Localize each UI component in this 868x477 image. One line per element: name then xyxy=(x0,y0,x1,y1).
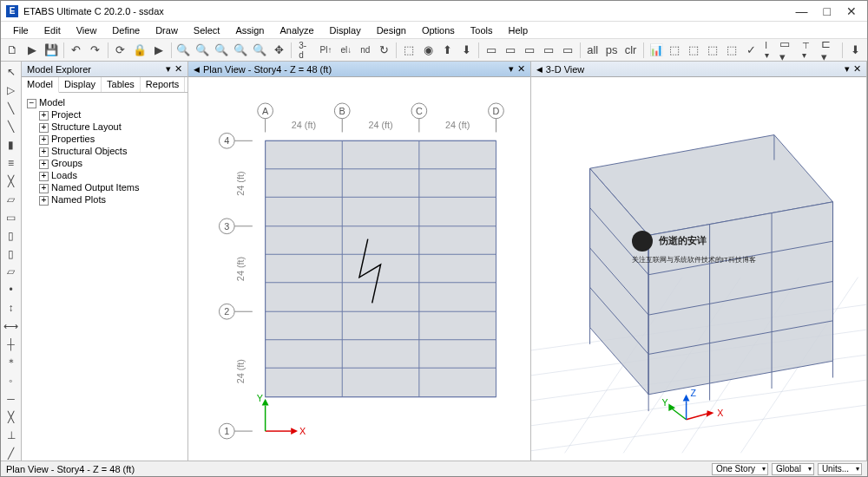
zoom-previous-icon[interactable]: 🔍 xyxy=(251,42,268,59)
snap-perp-icon[interactable]: ⊥ xyxy=(3,428,19,442)
perspective-icon[interactable]: ⬚ xyxy=(400,42,418,59)
tree-item-project[interactable]: +Project xyxy=(23,108,186,121)
shape4-icon[interactable]: ⬚ xyxy=(723,42,740,59)
story-select[interactable]: One Story xyxy=(712,463,768,475)
tree-item-structure-layout[interactable]: +Structure Layout xyxy=(23,121,186,133)
draw-secondary-icon[interactable]: ≡ xyxy=(3,156,19,171)
new-icon[interactable]: 🗋 xyxy=(4,42,22,59)
draw-column-icon[interactable]: ▮ xyxy=(3,138,19,153)
check-icon[interactable]: ✓ xyxy=(742,42,760,59)
coord-system-select[interactable]: Global xyxy=(772,463,814,475)
shape2-icon[interactable]: ⬚ xyxy=(685,42,702,59)
snap-line-icon[interactable]: ╱ xyxy=(3,446,19,461)
draw-floor-icon[interactable]: ▱ xyxy=(3,192,19,206)
menu-select[interactable]: Select xyxy=(187,23,227,37)
expand-icon[interactable]: + xyxy=(39,123,49,133)
object2-icon[interactable]: ▭ xyxy=(502,42,519,59)
draw-beam-icon[interactable]: ╲ xyxy=(3,120,19,134)
run-icon[interactable]: ▶ xyxy=(150,42,168,59)
plan-view-header[interactable]: ◀ Plan View - Story4 - Z = 48 (ft) ▾ ✕ xyxy=(188,62,530,77)
zoom-out-icon[interactable]: 🔍 xyxy=(232,42,249,59)
3d-view-header[interactable]: ◀ 3-D View ▾ ✕ xyxy=(531,62,866,77)
units-button[interactable]: Units... xyxy=(818,463,862,475)
draw-joint-icon[interactable]: ＊ xyxy=(3,356,19,370)
tree-item-groups[interactable]: +Groups xyxy=(23,157,186,169)
expand-icon[interactable]: + xyxy=(39,111,49,121)
tree-item-structural-objects[interactable]: +Structural Objects xyxy=(23,145,186,157)
menu-design[interactable]: Design xyxy=(370,23,413,37)
snap-end-icon[interactable]: ◦ xyxy=(3,374,19,389)
draw-wall2-icon[interactable]: ▯ xyxy=(3,246,19,261)
tree-item-named-output[interactable]: +Named Output Items xyxy=(23,181,186,193)
menu-draw[interactable]: Draw xyxy=(148,23,185,37)
tree-item-named-plots[interactable]: +Named Plots xyxy=(23,193,186,206)
tree-item-properties[interactable]: +Properties xyxy=(23,133,186,145)
shape1-icon[interactable]: ⬚ xyxy=(666,42,683,59)
menu-file[interactable]: File xyxy=(6,23,36,37)
expand-icon[interactable]: + xyxy=(39,184,49,193)
section-i-button[interactable]: I ▾ xyxy=(761,42,778,59)
orbit-icon[interactable]: ◉ xyxy=(419,42,437,59)
panel-close-icon[interactable]: ✕ xyxy=(517,63,525,75)
chevron-left-icon[interactable]: ◀ xyxy=(194,65,200,74)
maximize-button[interactable]: □ xyxy=(824,4,831,18)
draw-dim-icon[interactable]: ⟷ xyxy=(3,319,19,334)
menu-display[interactable]: Display xyxy=(323,23,368,37)
panel-dropdown-icon[interactable]: ▾ xyxy=(845,63,850,75)
up-arrow-icon[interactable]: ⬆ xyxy=(438,42,456,59)
3d-viewport[interactable]: X Y Z 伤逝的安详 关注互联网与系统软件技术的IT科技博客 xyxy=(531,77,866,461)
expand-icon[interactable]: + xyxy=(39,135,49,145)
pointer-icon[interactable]: ↖ xyxy=(3,65,19,80)
tab-reports[interactable]: Reports xyxy=(141,77,186,92)
panel-dropdown-icon[interactable]: ▾ xyxy=(166,63,171,75)
redo-icon[interactable]: ↷ xyxy=(87,42,104,59)
tree-root[interactable]: −Model xyxy=(23,96,186,108)
draw-wall-icon[interactable]: ▯ xyxy=(3,228,19,243)
draw-line-icon[interactable]: ╲ xyxy=(3,101,19,116)
view-plan-button[interactable]: Pl↑ xyxy=(317,42,336,59)
close-button[interactable]: ✕ xyxy=(846,4,857,18)
tree-item-loads[interactable]: +Loads xyxy=(23,169,186,181)
undo-icon[interactable]: ↶ xyxy=(68,42,85,59)
expand-icon[interactable]: + xyxy=(39,196,49,206)
clear-sel-icon[interactable]: clr xyxy=(622,42,640,59)
object3-icon[interactable]: ▭ xyxy=(521,42,538,59)
down-arrow-icon[interactable]: ⬇ xyxy=(457,42,475,59)
download-icon[interactable]: ⬇ xyxy=(846,42,864,59)
view-elev-button[interactable]: el↓ xyxy=(337,42,355,59)
view-node-button[interactable]: nd xyxy=(357,42,373,59)
section-box-icon[interactable]: ▭ ▾ xyxy=(779,42,797,59)
snap-mid-icon[interactable]: ─ xyxy=(3,391,19,406)
draw-point-icon[interactable]: • xyxy=(3,283,19,297)
zoom-extents-icon[interactable]: 🔍 xyxy=(194,42,211,59)
expand-icon[interactable]: + xyxy=(39,147,49,157)
menu-view[interactable]: View xyxy=(69,23,104,37)
lock-icon[interactable]: 🔒 xyxy=(131,42,148,59)
reshape-icon[interactable]: ▷ xyxy=(3,83,19,98)
draw-opening-icon[interactable]: ▱ xyxy=(3,265,19,279)
select-prev-icon[interactable]: ps xyxy=(603,42,621,59)
tab-tables[interactable]: Tables xyxy=(102,77,141,92)
rotate-icon[interactable]: ↻ xyxy=(375,42,392,59)
section-t-button[interactable]: ⊤ ▾ xyxy=(799,42,820,59)
expand-icon[interactable]: + xyxy=(39,172,49,181)
open-icon[interactable]: ▶ xyxy=(23,42,41,59)
menu-edit[interactable]: Edit xyxy=(37,23,68,37)
object4-icon[interactable]: ▭ xyxy=(540,42,557,59)
draw-grid-icon[interactable]: ┼ xyxy=(3,337,19,352)
chart-icon[interactable]: 📊 xyxy=(648,42,665,59)
pan-icon[interactable]: ✥ xyxy=(270,42,287,59)
model-tree[interactable]: −Model +Project +Structure Layout +Prope… xyxy=(22,93,187,461)
zoom-selection-icon[interactable]: 🔍 xyxy=(175,42,193,59)
menu-help[interactable]: Help xyxy=(502,23,536,37)
minimize-button[interactable]: — xyxy=(796,4,808,18)
menu-define[interactable]: Define xyxy=(105,23,147,37)
object-icon[interactable]: ▭ xyxy=(483,42,500,59)
object5-icon[interactable]: ▭ xyxy=(559,42,576,59)
panel-close-icon[interactable]: ✕ xyxy=(853,63,861,75)
menu-assign[interactable]: Assign xyxy=(228,23,271,37)
view-3d-button[interactable]: 3-d xyxy=(295,42,314,59)
tab-model[interactable]: Model xyxy=(22,77,59,93)
menu-tools[interactable]: Tools xyxy=(464,23,500,37)
menu-options[interactable]: Options xyxy=(415,23,462,37)
